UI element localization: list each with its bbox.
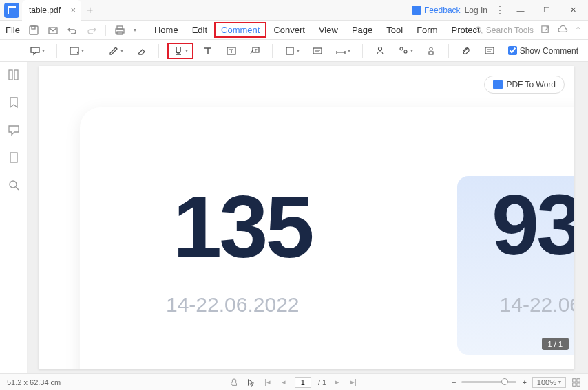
svg-rect-14 (313, 48, 322, 54)
statusbar: 51.2 x 62.34 cm |◂ ◂ / 1 ▸ ▸| − + 100%▾ (0, 373, 588, 390)
collapse-ribbon-icon[interactable]: ⌃ (575, 25, 581, 34)
minimize-button[interactable]: — (510, 3, 532, 18)
more-icon[interactable]: ⋮ (494, 3, 505, 17)
left-sidebar (0, 62, 28, 373)
tab-home[interactable]: Home (147, 22, 185, 38)
hand-tool-icon[interactable] (229, 378, 239, 387)
pdf-to-word-label: PDF To Word (506, 80, 556, 89)
page-total: / 1 (318, 378, 326, 387)
canvas-area: PDF To Word 135 14-22.06.2022 93 14-22.0… (28, 62, 588, 373)
zoom-in-button[interactable]: + (522, 378, 526, 387)
undo-icon[interactable] (67, 25, 78, 36)
svg-rect-33 (577, 382, 580, 385)
pencil-tool[interactable]: ▾ (105, 43, 127, 58)
show-comment-checkbox[interactable] (508, 46, 517, 55)
feedback-link[interactable]: Feedback (412, 6, 461, 15)
redo-icon[interactable] (86, 25, 97, 36)
pdf-page[interactable]: PDF To Word 135 14-22.06.2022 93 14-22.0… (39, 66, 574, 369)
svg-rect-13 (286, 47, 293, 54)
eraser-tool[interactable] (132, 43, 150, 58)
callout-tool[interactable]: T (246, 43, 264, 58)
attachments-icon[interactable] (8, 151, 20, 164)
svg-rect-22 (485, 47, 494, 54)
shape-tool[interactable]: ▾ (281, 43, 303, 58)
tab-edit[interactable]: Edit (185, 22, 214, 38)
value-secondary: 93 (492, 176, 574, 274)
login-link[interactable]: Log In (465, 6, 487, 15)
svg-rect-32 (573, 382, 576, 385)
zoom-level[interactable]: 100%▾ (532, 377, 566, 388)
svg-rect-21 (429, 52, 433, 54)
zoom-thumb[interactable] (501, 378, 508, 385)
tab-convert[interactable]: Convert (266, 22, 312, 38)
add-tab-button[interactable]: + (87, 4, 93, 17)
comment-toolbar: ▾ ▾ ▾ ▾ T ▾ ▾ ▾ Show Comment (0, 40, 588, 62)
next-page-button[interactable]: ▸ (333, 378, 342, 387)
show-comment-toggle[interactable]: Show Comment (508, 46, 578, 56)
mail-icon[interactable] (48, 25, 59, 36)
page-navigation: |◂ ◂ / 1 ▸ ▸| (229, 377, 359, 388)
search-panel-icon[interactable] (8, 179, 20, 191)
document-tab[interactable]: table.pdf × (22, 0, 81, 21)
tab-title: table.pdf (29, 6, 61, 15)
search-placeholder: Search Tools (486, 25, 534, 35)
comments-icon[interactable] (8, 124, 20, 136)
svg-rect-1 (32, 26, 35, 29)
select-tool-icon[interactable] (246, 378, 255, 387)
highlight-tool[interactable]: ▾ (65, 43, 87, 58)
tab-comment[interactable]: Comment (214, 22, 266, 38)
tab-view[interactable]: View (312, 22, 345, 38)
svg-text:T: T (255, 47, 258, 52)
word-icon (493, 80, 503, 89)
prev-page-button[interactable]: ◂ (280, 378, 288, 387)
feedback-icon (412, 6, 421, 15)
attachment-tool[interactable] (457, 43, 475, 58)
menu-tabs: Home Edit Comment Convert View Page Tool… (147, 22, 487, 38)
text-box-tool[interactable] (222, 43, 240, 58)
quick-access-toolbar: ▾ (28, 25, 136, 36)
svg-rect-31 (577, 378, 580, 381)
pdf-to-word-button[interactable]: PDF To Word (484, 76, 565, 94)
file-menu[interactable]: File (6, 25, 20, 35)
qat-dropdown-icon[interactable]: ▾ (134, 27, 136, 33)
fit-view-icon[interactable] (571, 378, 581, 387)
page-number-input[interactable] (295, 377, 311, 388)
cloud-icon[interactable] (558, 25, 568, 35)
underline-tool[interactable]: ▾ (167, 43, 193, 59)
menubar: File ▾ Home Edit Comment Convert View Pa… (0, 21, 588, 40)
zoom-out-button[interactable]: − (452, 378, 456, 387)
signature-tool[interactable] (371, 43, 389, 58)
save-icon[interactable] (28, 25, 39, 36)
note-tool[interactable]: ▾ (26, 43, 48, 58)
measure-tool[interactable]: ▾ (332, 43, 354, 58)
close-tab-icon[interactable]: × (70, 5, 76, 15)
maximize-button[interactable]: ☐ (536, 3, 558, 18)
svg-rect-25 (9, 70, 12, 80)
thumbnails-icon[interactable] (8, 69, 20, 81)
comment-panel-tool[interactable] (481, 43, 498, 58)
feedback-label: Feedback (424, 6, 461, 15)
custom-stamp-tool[interactable] (422, 43, 440, 58)
svg-rect-26 (14, 70, 18, 80)
tab-page[interactable]: Page (345, 22, 379, 38)
stamp-tool[interactable] (308, 43, 326, 58)
titlebar: table.pdf × + Feedback Log In ⋮ — ☐ ✕ (0, 0, 588, 21)
svg-point-17 (379, 47, 382, 50)
last-page-button[interactable]: ▸| (348, 378, 359, 387)
search-tools[interactable]: Search Tools (474, 25, 534, 35)
value-primary: 135 (173, 176, 312, 277)
svg-point-18 (400, 47, 403, 50)
date-secondary: 14-22.06 (500, 293, 574, 316)
share-icon[interactable] (540, 25, 551, 35)
zoom-controls: − + 100%▾ (452, 377, 581, 388)
tab-tool[interactable]: Tool (379, 22, 410, 38)
print-icon[interactable] (114, 25, 125, 36)
text-tool[interactable] (199, 43, 217, 58)
workspace: ▸ PDF To Word 135 14-22.06.2022 93 14-22… (0, 62, 588, 373)
close-window-button[interactable]: ✕ (562, 3, 584, 18)
bookmarks-icon[interactable] (8, 96, 20, 109)
stamp-list-tool[interactable]: ▾ (395, 43, 417, 58)
first-page-button[interactable]: |◂ (262, 378, 273, 387)
zoom-slider[interactable] (461, 381, 516, 383)
tab-form[interactable]: Form (410, 22, 444, 38)
